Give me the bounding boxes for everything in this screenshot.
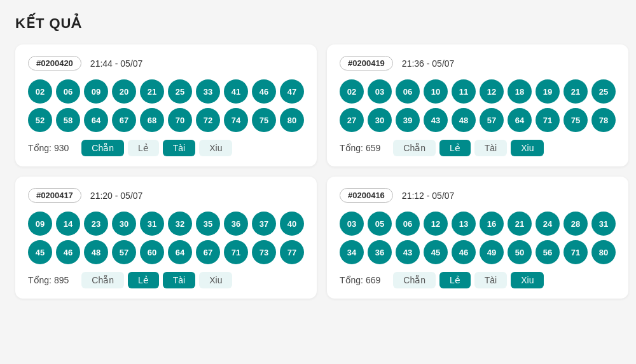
ball-3-0-9: 31 [591, 212, 616, 236]
ball-3-0-4: 13 [452, 212, 476, 236]
balls-row-2-1: 45464857606467717377 [28, 240, 304, 264]
tag-3-0[interactable]: Chẵn [393, 272, 436, 288]
card-footer-2: Tổng: 895ChẵnLẻTàiXiu [28, 272, 304, 288]
balls-row-2-0: 09142330313235363740 [28, 212, 304, 236]
ball-1-1-0: 27 [340, 108, 364, 132]
tag-0-0[interactable]: Chẵn [81, 140, 124, 156]
ball-1-0-3: 10 [424, 79, 448, 104]
card-footer-3: Tổng: 669ChẵnLẻTàiXiu [340, 272, 616, 288]
ball-1-0-1: 03 [368, 79, 392, 104]
ball-3-1-5: 49 [480, 240, 504, 264]
ball-1-1-6: 64 [508, 108, 532, 132]
ball-1-0-2: 06 [396, 79, 420, 104]
ball-3-1-4: 46 [452, 240, 476, 264]
tag-2-2[interactable]: Tài [163, 272, 195, 288]
ball-2-0-2: 23 [84, 212, 108, 236]
ball-3-1-3: 45 [424, 240, 448, 264]
result-card-2: #020041721:20 - 05/070914233031323536374… [15, 177, 317, 299]
ball-3-0-6: 21 [508, 212, 532, 236]
ball-3-1-9: 80 [591, 240, 616, 264]
ball-3-0-2: 06 [396, 212, 420, 236]
ball-0-0-4: 21 [140, 79, 164, 104]
ball-2-1-8: 73 [252, 240, 276, 264]
ball-0-1-7: 74 [224, 108, 248, 132]
ball-2-0-3: 30 [112, 212, 136, 236]
ball-2-0-1: 14 [56, 212, 80, 236]
ball-2-1-5: 64 [168, 240, 192, 264]
ball-0-0-6: 33 [196, 79, 220, 104]
tag-0-2[interactable]: Tài [163, 140, 195, 156]
ball-0-1-8: 75 [252, 108, 276, 132]
ball-2-1-6: 67 [196, 240, 220, 264]
ball-3-0-0: 03 [340, 212, 364, 236]
tag-0-3[interactable]: Xiu [199, 140, 232, 156]
tag-1-3[interactable]: Xiu [511, 140, 544, 156]
ball-0-1-9: 80 [280, 108, 304, 132]
ticket-id-1: #0200419 [340, 56, 393, 71]
ball-0-0-3: 20 [112, 79, 136, 104]
ball-1-1-3: 43 [424, 108, 448, 132]
card-footer-1: Tổng: 659ChẵnLẻTàiXiu [340, 140, 616, 156]
ball-0-0-5: 25 [168, 79, 192, 104]
balls-row-0-0: 02060920212533414647 [28, 79, 304, 104]
ball-2-0-4: 31 [140, 212, 164, 236]
card-time-3: 21:12 - 05/07 [402, 191, 455, 201]
ball-1-0-9: 25 [591, 79, 616, 104]
card-time-1: 21:36 - 05/07 [402, 58, 455, 69]
ball-0-0-2: 09 [84, 79, 108, 104]
tag-2-0[interactable]: Chẵn [81, 272, 124, 288]
ball-3-1-7: 56 [536, 240, 560, 264]
tong-1: Tổng: 659 [340, 143, 380, 153]
ball-1-1-1: 30 [368, 108, 392, 132]
ball-1-1-9: 78 [591, 108, 616, 132]
ball-2-1-0: 45 [28, 240, 52, 264]
tag-1-2[interactable]: Tài [474, 140, 507, 156]
ticket-id-2: #0200417 [28, 188, 81, 203]
tag-3-2[interactable]: Tài [474, 272, 507, 288]
ball-2-1-9: 77 [280, 240, 304, 264]
ball-1-0-0: 02 [340, 79, 364, 104]
card-time-0: 21:44 - 05/07 [90, 58, 143, 69]
ball-1-0-7: 19 [536, 79, 560, 104]
tag-2-1[interactable]: Lẻ [128, 272, 159, 288]
ball-3-0-8: 28 [563, 212, 588, 236]
result-card-0: #020042021:44 - 05/070206092021253341464… [15, 44, 317, 166]
ball-0-0-9: 47 [280, 79, 304, 104]
tag-group-2: ChẵnLẻTàiXiu [81, 272, 232, 288]
card-time-2: 21:20 - 05/07 [90, 191, 143, 201]
ball-3-1-6: 50 [508, 240, 532, 264]
ball-2-0-8: 37 [252, 212, 276, 236]
tong-0: Tổng: 930 [28, 143, 69, 153]
ball-3-1-1: 36 [368, 240, 392, 264]
ball-2-0-6: 35 [196, 212, 220, 236]
results-grid: #020042021:44 - 05/070206092021253341464… [15, 44, 621, 299]
ticket-id-0: #0200420 [28, 56, 81, 71]
tag-1-1[interactable]: Lẻ [439, 140, 471, 156]
tag-3-3[interactable]: Xiu [511, 272, 544, 288]
card-footer-0: Tổng: 930ChẵnLẻTàiXiu [28, 140, 304, 156]
tag-2-3[interactable]: Xiu [199, 272, 232, 288]
ball-2-1-3: 57 [112, 240, 136, 264]
ball-1-0-5: 12 [480, 79, 504, 104]
result-card-1: #020041921:36 - 05/070203061011121819212… [327, 44, 628, 166]
ball-1-1-4: 48 [452, 108, 476, 132]
balls-row-1-1: 27303943485764717578 [340, 108, 616, 132]
ball-0-1-2: 64 [84, 108, 108, 132]
ball-2-0-7: 36 [224, 212, 248, 236]
ball-0-0-8: 46 [252, 79, 276, 104]
tag-1-0[interactable]: Chẵn [393, 140, 436, 156]
ball-3-1-0: 34 [340, 240, 364, 264]
ball-1-0-8: 21 [563, 79, 588, 104]
tag-0-1[interactable]: Lẻ [128, 140, 159, 156]
card-header-3: #020041621:12 - 05/07 [340, 188, 616, 203]
ball-1-0-6: 18 [508, 79, 532, 104]
ball-3-0-5: 16 [480, 212, 504, 236]
ball-2-1-1: 46 [56, 240, 80, 264]
ball-0-0-1: 06 [56, 79, 80, 104]
ball-2-1-4: 60 [140, 240, 164, 264]
card-header-0: #020042021:44 - 05/07 [28, 56, 304, 71]
ball-1-1-2: 39 [396, 108, 420, 132]
ball-0-1-0: 52 [28, 108, 52, 132]
tag-3-1[interactable]: Lẻ [439, 272, 471, 288]
tag-group-0: ChẵnLẻTàiXiu [81, 140, 232, 156]
